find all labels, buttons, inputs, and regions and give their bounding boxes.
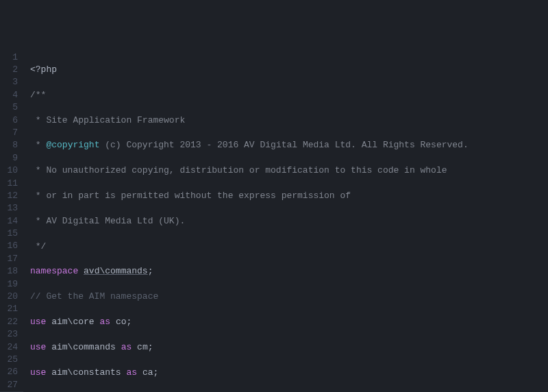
line-number: 10 [0,164,23,177]
line-number: 19 [0,278,23,291]
line-number: 2 [0,64,23,76]
line-number: 21 [0,303,23,315]
line-number: 15 [0,228,23,240]
line-number: 12 [0,190,23,202]
code-editor[interactable]: 1234567891011121314151617181920212223242… [0,51,548,392]
line-number: 1 [0,51,23,64]
code-area[interactable]: <?php /** * Site Application Framework *… [23,51,548,392]
code-line: * or in part is permitted without the ex… [30,190,548,202]
line-number: 26 [0,366,23,378]
line-number: 4 [0,89,23,101]
line-number: 24 [0,341,23,354]
line-number: 17 [0,253,23,265]
code-line: * Site Application Framework [30,114,548,127]
line-number: 11 [0,177,23,190]
code-line: namespace avd\commands; [30,265,548,278]
line-number: 27 [0,379,23,391]
line-number: 18 [0,265,23,278]
line-number: 23 [0,328,23,341]
line-number: 6 [0,114,23,127]
code-line: <?php [30,64,548,76]
line-number: 16 [0,240,23,252]
code-line: * @copyright (c) Copyright 2013 - 2016 A… [30,139,548,151]
line-number: 14 [0,215,23,228]
line-number: 9 [0,152,23,164]
code-line: use aim\core as co; [30,316,548,328]
code-line: * AV Digital Media Ltd (UK). [30,215,548,228]
line-number: 20 [0,291,23,303]
line-number: 25 [0,354,23,366]
code-line: use aim\constants as ca; [30,367,548,379]
code-line: // Get the AIM namespace [30,291,548,303]
line-number: 7 [0,127,23,139]
line-number: 3 [0,76,23,88]
line-number: 13 [0,202,23,215]
line-number-gutter: 1234567891011121314151617181920212223242… [0,51,23,392]
code-line: * No unauthorized copying, distribution … [30,164,548,177]
code-line: /** [30,89,548,101]
code-line: */ [30,241,548,253]
line-number: 22 [0,316,23,328]
code-line: use aim\commands as cm; [30,341,548,354]
line-number: 5 [0,101,23,114]
line-number: 8 [0,139,23,151]
